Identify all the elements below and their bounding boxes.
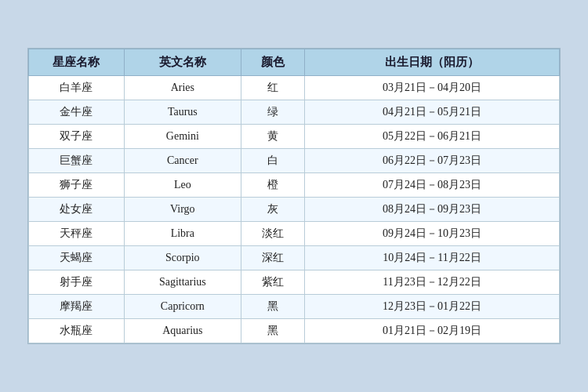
cell-date: 08月24日－09月23日 <box>305 198 560 222</box>
table-row: 金牛座Taurus绿04月21日－05月21日 <box>29 100 560 125</box>
cell-color: 黑 <box>241 319 304 343</box>
cell-date: 03月21日－04月20日 <box>305 76 560 100</box>
cell-chinese: 天秤座 <box>29 222 125 246</box>
cell-chinese: 射手座 <box>29 270 125 295</box>
table-row: 天秤座Libra淡红09月24日－10月23日 <box>29 222 560 246</box>
cell-chinese: 狮子座 <box>29 173 125 198</box>
cell-date: 06月22日－07月23日 <box>305 149 560 173</box>
cell-date: 12月23日－01月22日 <box>305 295 560 319</box>
cell-color: 白 <box>241 149 304 173</box>
cell-color: 黄 <box>241 125 304 149</box>
cell-english: Aries <box>124 76 241 100</box>
table-row: 天蝎座Scorpio深红10月24日－11月22日 <box>29 246 560 270</box>
table-row: 白羊座Aries红03月21日－04月20日 <box>29 76 560 100</box>
cell-date: 09月24日－10月23日 <box>305 222 560 246</box>
cell-chinese: 摩羯座 <box>29 295 125 319</box>
cell-date: 04月21日－05月21日 <box>305 100 560 125</box>
table-row: 射手座Sagittarius紫红11月23日－12月22日 <box>29 270 560 295</box>
cell-chinese: 处女座 <box>29 198 125 222</box>
cell-chinese: 巨蟹座 <box>29 149 125 173</box>
cell-chinese: 金牛座 <box>29 100 125 125</box>
header-date: 出生日期（阳历） <box>305 49 560 76</box>
cell-chinese: 双子座 <box>29 125 125 149</box>
cell-english: Aquarius <box>124 319 241 343</box>
cell-english: Virgo <box>124 198 241 222</box>
cell-english: Sagittarius <box>124 270 241 295</box>
cell-english: Gemini <box>124 125 241 149</box>
cell-color: 绿 <box>241 100 304 125</box>
cell-english: Libra <box>124 222 241 246</box>
cell-date: 05月22日－06月21日 <box>305 125 560 149</box>
cell-date: 10月24日－11月22日 <box>305 246 560 270</box>
cell-color: 淡红 <box>241 222 304 246</box>
cell-color: 深红 <box>241 246 304 270</box>
cell-chinese: 天蝎座 <box>29 246 125 270</box>
header-english: 英文名称 <box>124 49 241 76</box>
header-chinese: 星座名称 <box>29 49 125 76</box>
cell-chinese: 水瓶座 <box>29 319 125 343</box>
table-header-row: 星座名称 英文名称 颜色 出生日期（阳历） <box>29 49 560 76</box>
cell-english: Leo <box>124 173 241 198</box>
header-color: 颜色 <box>241 49 304 76</box>
table-row: 水瓶座Aquarius黑01月21日－02月19日 <box>29 319 560 343</box>
table-row: 双子座Gemini黄05月22日－06月21日 <box>29 125 560 149</box>
cell-english: Scorpio <box>124 246 241 270</box>
zodiac-table: 星座名称 英文名称 颜色 出生日期（阳历） 白羊座Aries红03月21日－04… <box>27 48 561 344</box>
cell-date: 01月21日－02月19日 <box>305 319 560 343</box>
table-row: 处女座Virgo灰08月24日－09月23日 <box>29 198 560 222</box>
cell-color: 灰 <box>241 198 304 222</box>
cell-chinese: 白羊座 <box>29 76 125 100</box>
cell-date: 07月24日－08月23日 <box>305 173 560 198</box>
table-row: 巨蟹座Cancer白06月22日－07月23日 <box>29 149 560 173</box>
cell-english: Cancer <box>124 149 241 173</box>
cell-color: 黑 <box>241 295 304 319</box>
table-row: 摩羯座Capricorn黑12月23日－01月22日 <box>29 295 560 319</box>
table-row: 狮子座Leo橙07月24日－08月23日 <box>29 173 560 198</box>
cell-english: Capricorn <box>124 295 241 319</box>
cell-color: 紫红 <box>241 270 304 295</box>
cell-english: Taurus <box>124 100 241 125</box>
cell-color: 红 <box>241 76 304 100</box>
cell-date: 11月23日－12月22日 <box>305 270 560 295</box>
cell-color: 橙 <box>241 173 304 198</box>
